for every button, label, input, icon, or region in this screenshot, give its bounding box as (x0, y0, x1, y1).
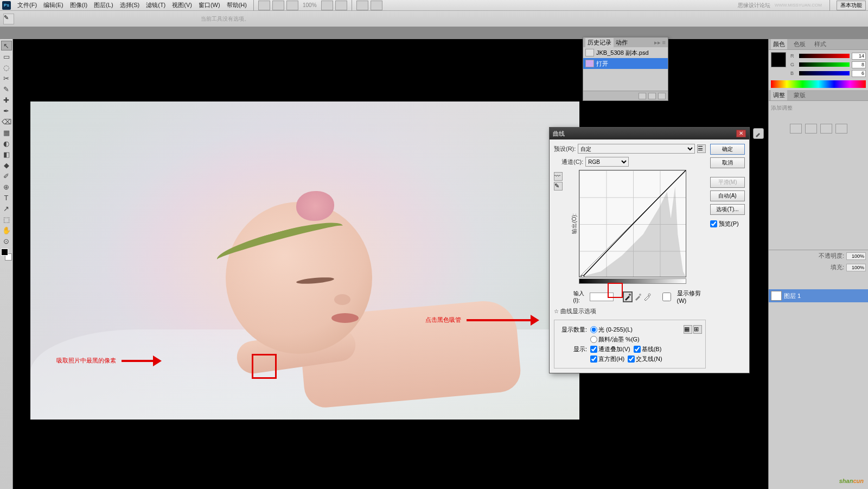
pencil-tool-icon[interactable]: ✎ (554, 182, 563, 190)
color-panel-tabs: 颜色 色板 样式 (769, 39, 868, 50)
tool-stamp[interactable]: ⌫ (1, 117, 12, 126)
grid-coarse-icon[interactable]: ⊞ (693, 325, 702, 334)
new-doc-icon[interactable] (648, 93, 656, 99)
extras-icon[interactable] (356, 1, 368, 10)
menu-help[interactable]: 帮助(H) (224, 0, 250, 10)
tool-path[interactable]: ↗ (1, 204, 12, 213)
tool-brush[interactable]: ✒ (1, 106, 12, 116)
options-bar: ✎ 当前工具没有选项。 (0, 11, 868, 27)
r-input[interactable] (852, 53, 866, 60)
menu-layer[interactable]: 图层(L) (91, 0, 116, 10)
curves-icon[interactable] (820, 124, 832, 134)
essentials-button[interactable]: 基本功能 (837, 1, 866, 10)
options-hint: 当前工具没有选项。 (201, 15, 250, 23)
preset-select[interactable]: 自定 (578, 144, 695, 154)
opacity-input[interactable] (846, 252, 866, 260)
bridge-icon[interactable] (258, 1, 270, 10)
ok-button[interactable]: 确定 (710, 144, 745, 155)
tool-eraser[interactable]: ◐ (1, 138, 12, 148)
menu-select[interactable]: 选择(S) (117, 0, 143, 10)
zoom-icon[interactable] (335, 1, 347, 10)
tab-styles[interactable]: 样式 (812, 39, 828, 49)
tab-actions[interactable]: 动作 (614, 38, 630, 47)
close-button[interactable]: ✕ (736, 130, 746, 137)
black-point-dropper[interactable] (623, 291, 633, 302)
menu-view[interactable]: 视图(V) (169, 0, 195, 10)
foreground-color-swatch[interactable] (1, 249, 8, 256)
g-slider[interactable] (799, 62, 850, 67)
preset-menu-icon[interactable]: ☰ (697, 144, 706, 153)
baseline-check[interactable]: 基线(B) (634, 345, 662, 353)
exposure-icon[interactable] (835, 124, 847, 134)
channel-select[interactable]: RGB (585, 157, 629, 167)
show-clipping-check[interactable]: 显示修剪(W) (658, 289, 703, 304)
white-point-dropper[interactable] (643, 291, 651, 302)
foreground-background-colors[interactable] (1, 249, 12, 261)
tool-type[interactable]: T (1, 193, 12, 202)
r-slider[interactable] (799, 54, 850, 58)
tool-shape[interactable]: ⬚ (1, 214, 12, 224)
fill-input[interactable] (846, 264, 866, 271)
channel-overlay-check[interactable]: 通道叠加(V) (590, 345, 630, 353)
tool-history-brush[interactable]: ▦ (1, 128, 12, 137)
tool-hand[interactable]: ✋ (1, 225, 12, 235)
hand-icon[interactable] (321, 1, 333, 10)
color-swatch[interactable] (771, 52, 786, 67)
g-input[interactable] (852, 61, 866, 68)
tool-crop[interactable]: ✂ (1, 73, 12, 83)
arrange-icon[interactable] (272, 1, 284, 10)
tool-lasso[interactable]: ◌ (1, 62, 12, 72)
light-radio[interactable]: 光 (0-255)(L) (590, 326, 633, 334)
tool-zoom[interactable]: ⊙ (1, 236, 12, 246)
menu-edit[interactable]: 编辑(E) (40, 0, 67, 10)
menu-file[interactable]: 文件(F) (14, 0, 40, 10)
gray-point-dropper[interactable] (634, 291, 642, 302)
menu-filter[interactable]: 滤镜(T) (143, 0, 169, 10)
tab-adjustments[interactable]: 调整 (771, 90, 787, 100)
tab-history[interactable]: 历史记录 (585, 38, 614, 47)
trash-icon[interactable] (658, 93, 666, 99)
menu-window[interactable]: 窗口(W) (195, 0, 224, 10)
guides-icon[interactable] (371, 1, 382, 10)
curves-graph[interactable] (579, 170, 686, 277)
tool-blur[interactable]: ◆ (1, 160, 12, 170)
tool-pen[interactable]: ⊕ (1, 182, 12, 192)
tab-color[interactable]: 颜色 (771, 39, 787, 49)
grid-fine-icon[interactable]: ▦ (684, 325, 692, 334)
b-input[interactable] (852, 70, 866, 77)
curve-tool-icon[interactable]: 〰 (554, 172, 563, 181)
curves-display-options: 显示数量: 光 (0-255)(L) ▦ ⊞ 颜料/油墨 %(G) 显示: 通道… (554, 320, 706, 369)
layer-row[interactable]: 图层 1 (769, 289, 868, 302)
auto-button[interactable]: 自动(A) (710, 190, 745, 201)
panel-menu-icon[interactable]: ▸▸ ≡ (654, 39, 666, 46)
document-image (30, 101, 579, 420)
b-slider[interactable] (799, 71, 850, 75)
curves-options-toggle[interactable]: ☆ 曲线显示选项 (554, 308, 596, 314)
menu-image[interactable]: 图像(I) (67, 0, 91, 10)
new-snapshot-icon[interactable] (639, 93, 646, 99)
curves-titlebar[interactable]: 曲线 ✕ (550, 128, 749, 139)
options-button[interactable]: 选项(T)... (710, 204, 745, 215)
eyedropper-icon[interactable] (753, 128, 764, 139)
current-tool-icon[interactable]: ✎ (3, 14, 14, 24)
tool-healing[interactable]: ✚ (1, 95, 12, 105)
tool-dodge[interactable]: ✐ (1, 171, 12, 181)
intersect-check[interactable]: 交叉线(N) (628, 355, 662, 363)
tab-swatches[interactable]: 色板 (792, 39, 808, 49)
tab-masks[interactable]: 蒙版 (792, 90, 808, 100)
pigment-radio[interactable]: 颜料/油墨 %(G) (590, 335, 640, 344)
cancel-button[interactable]: 取消 (710, 157, 745, 168)
history-snapshot[interactable]: JKB_5308 副本.psd (583, 47, 668, 58)
spectrum-bar[interactable] (771, 80, 866, 88)
tool-gradient[interactable]: ◧ (1, 149, 12, 159)
tool-eyedropper[interactable]: ✎ (1, 84, 12, 94)
tool-move[interactable]: ↖ (1, 41, 12, 50)
levels-icon[interactable] (805, 124, 817, 134)
history-item-open[interactable]: 打开 (583, 58, 668, 69)
screen-mode-icon[interactable] (286, 1, 298, 10)
brightness-icon[interactable] (790, 124, 802, 134)
histogram-check[interactable]: 直方图(H) (590, 355, 624, 363)
preview-check[interactable]: 预览(P) (710, 220, 745, 228)
toolbox: ↖ ▭ ◌ ✂ ✎ ✚ ✒ ⌫ ▦ ◐ ◧ ◆ ✐ ⊕ T ↗ ⬚ ✋ ⊙ (0, 39, 13, 489)
tool-marquee[interactable]: ▭ (1, 52, 12, 61)
